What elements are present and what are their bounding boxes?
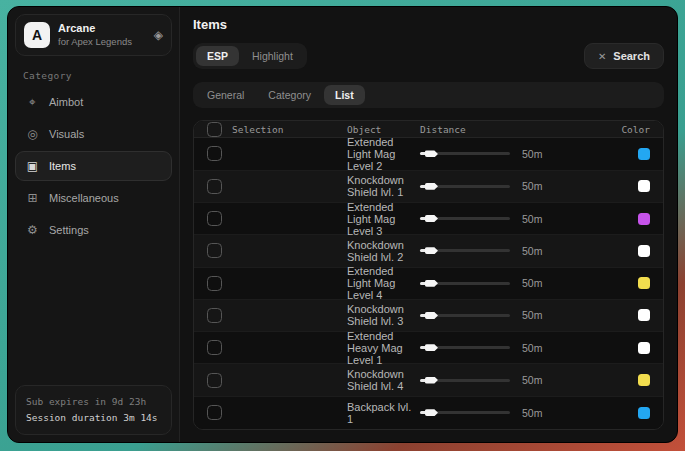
slider-thumb[interactable] [425,280,438,287]
slider-thumb[interactable] [425,247,438,254]
tab-category[interactable]: Category [257,85,322,105]
mode-tabs: ESP Highlight [193,43,307,69]
table-header-row: Selection Object Distance Color [194,121,663,138]
sidebar-nav: ⌖ Aimbot ◎ Visuals ▣ Items ⊞ Miscellaneo… [8,87,179,245]
row-checkbox[interactable] [207,243,222,258]
slider-thumb[interactable] [425,377,438,384]
sidebar-section-label: Category [23,70,179,81]
object-name: Extended Heavy Mag Level 1 [347,330,420,366]
color-swatch[interactable] [638,342,650,354]
row-checkbox[interactable] [207,308,222,323]
sidebar-item-visuals[interactable]: ◎ Visuals [15,119,172,149]
color-swatch[interactable] [638,277,650,289]
color-swatch[interactable] [638,245,650,257]
distance-slider[interactable] [420,152,510,155]
color-swatch[interactable] [638,309,650,321]
object-name: Knockdown Shield lvl. 3 [347,303,420,327]
distance-value: 50m [522,148,542,160]
distance-slider[interactable] [420,411,510,414]
app-subtitle: for Apex Legends [58,36,146,48]
sidebar-item-miscellaneous[interactable]: ⊞ Miscellaneous [15,183,172,213]
subscription-status-card: Sub expires in 9d 23h Session duration 3… [15,385,172,435]
tab-highlight[interactable]: Highlight [241,46,304,66]
diamond-badge-icon[interactable]: ◈ [154,28,163,42]
row-checkbox[interactable] [207,405,222,420]
app-logo: A [24,22,50,48]
main-panel: Items ESP Highlight ✕ Search General Cat… [180,7,677,442]
object-name: Knockdown Shield lvl. 4 [347,368,420,392]
sidebar-item-aimbot[interactable]: ⌖ Aimbot [15,87,172,117]
object-name: Backpack lvl. 1 [347,401,420,425]
distance-value: 50m [522,374,542,386]
col-selection: Selection [232,124,283,135]
items-table: Selection Object Distance Color Extended… [193,120,664,430]
select-all-checkbox[interactable] [207,122,222,137]
row-checkbox[interactable] [207,373,222,388]
slider-thumb[interactable] [425,312,438,319]
slider-thumb[interactable] [425,215,438,222]
sub-expiry-text: Sub expires in 9d 23h [26,394,161,410]
table-row: Knockdown Shield lvl. 3 50m [194,300,663,332]
object-name: Knockdown Shield lvl. 1 [347,174,420,198]
row-checkbox[interactable] [207,179,222,194]
gear-icon: ⚙ [25,223,40,237]
slider-thumb[interactable] [425,409,438,416]
table-body: Extended Light Mag Level 2 50m Knockdown… [194,138,663,429]
distance-value: 50m [522,277,542,289]
sidebar-item-items[interactable]: ▣ Items [15,151,172,181]
object-name: Knockdown Shield lvl. 2 [347,239,420,263]
color-swatch[interactable] [638,407,650,419]
distance-slider[interactable] [420,185,510,188]
app-window: A Arcane for Apex Legends ◈ Category ⌖ A… [7,6,678,443]
row-checkbox[interactable] [207,340,222,355]
slider-thumb[interactable] [425,150,438,157]
col-distance: Distance [420,124,610,135]
tab-esp[interactable]: ESP [196,46,239,66]
view-tabs: General Category List [193,82,664,108]
x-icon: ✕ [598,51,606,62]
page-title: Items [193,17,664,32]
grid-icon: ⊞ [25,191,40,205]
row-checkbox[interactable] [207,146,222,161]
search-button-label: Search [613,50,650,62]
object-name: Extended Light Mag Level 2 [347,136,420,172]
tab-general[interactable]: General [196,85,255,105]
distance-slider[interactable] [420,314,510,317]
row-checkbox[interactable] [207,211,222,226]
sidebar: A Arcane for Apex Legends ◈ Category ⌖ A… [8,7,180,442]
color-swatch[interactable] [638,213,650,225]
distance-value: 50m [522,245,542,257]
session-duration-text: Session duration 3m 14s [26,410,161,426]
slider-thumb[interactable] [425,344,438,351]
distance-slider[interactable] [420,346,510,349]
distance-value: 50m [522,180,542,192]
distance-value: 50m [522,342,542,354]
distance-slider[interactable] [420,249,510,252]
slider-thumb[interactable] [425,183,438,190]
distance-slider[interactable] [420,217,510,220]
color-swatch[interactable] [638,374,650,386]
distance-slider[interactable] [420,379,510,382]
color-swatch[interactable] [638,148,650,160]
col-object: Object [347,124,420,135]
table-row: Knockdown Shield lvl. 2 50m [194,235,663,267]
table-row: Backpack lvl. 1 50m [194,397,663,429]
object-name: Extended Light Mag Level 3 [347,201,420,237]
distance-value: 50m [522,213,542,225]
eye-icon: ◎ [25,127,40,141]
distance-value: 50m [522,309,542,321]
distance-slider[interactable] [420,282,510,285]
table-row: Extended Light Mag Level 2 50m [194,138,663,170]
tab-list[interactable]: List [324,85,365,105]
row-checkbox[interactable] [207,276,222,291]
table-row: Knockdown Shield lvl. 4 50m [194,364,663,396]
sidebar-item-settings[interactable]: ⚙ Settings [15,215,172,245]
package-icon: ▣ [25,159,40,173]
search-button[interactable]: ✕ Search [584,43,664,69]
color-swatch[interactable] [638,180,650,192]
col-color: Color [610,124,650,135]
table-row: Extended Light Mag Level 3 50m [194,203,663,235]
table-row: Extended Heavy Mag Level 1 50m [194,332,663,364]
brand-card: A Arcane for Apex Legends ◈ [15,14,172,56]
object-name: Extended Light Mag Level 4 [347,265,420,301]
